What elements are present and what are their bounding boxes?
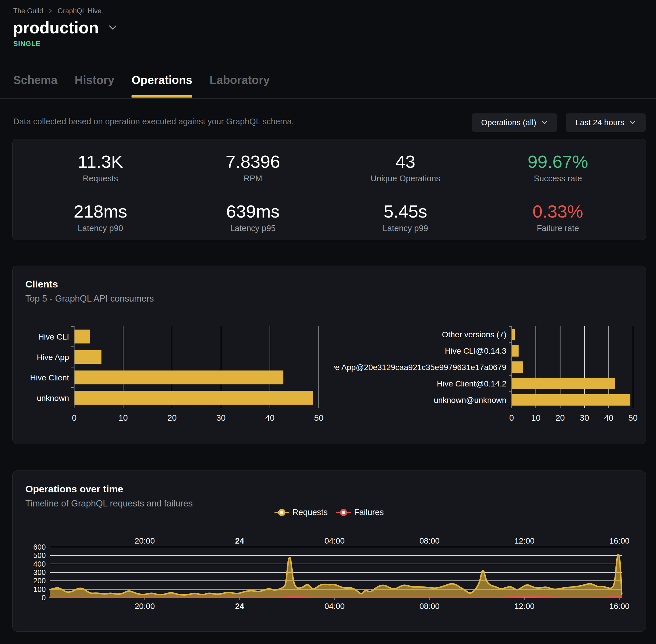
- svg-text:200: 200: [33, 576, 46, 585]
- svg-text:08:00: 08:00: [420, 536, 440, 545]
- breadcrumb-project-link[interactable]: GraphQL Hive: [57, 7, 101, 15]
- stat-latency-p90: 218ms Latency p90: [24, 202, 177, 240]
- period-filter-button[interactable]: Last 24 hours: [566, 113, 646, 132]
- svg-text:400: 400: [33, 560, 46, 568]
- stat-unique-operations: 43 Unique Operations: [329, 152, 482, 190]
- svg-text:20:00: 20:00: [135, 602, 155, 611]
- bar-Hive App: [74, 350, 101, 364]
- svg-text:50: 50: [314, 413, 323, 422]
- bar-Hive CLI@0.14.3: [512, 345, 519, 356]
- svg-text:Hive CLI: Hive CLI: [38, 332, 69, 341]
- svg-text:50: 50: [628, 413, 638, 422]
- operations-filter-button[interactable]: Operations (all): [472, 113, 557, 132]
- stat-latency-p95: 639ms Latency p95: [177, 202, 329, 240]
- bar-Hive Client@0.14.2: [512, 378, 615, 389]
- svg-text:40: 40: [265, 413, 275, 422]
- svg-text:24: 24: [235, 602, 244, 611]
- svg-text:30: 30: [580, 413, 589, 422]
- stat-requests: 11.3K Requests: [24, 152, 177, 190]
- svg-text:20: 20: [556, 413, 565, 422]
- operations-over-time-svg: 010020030040050060020:0020:00242404:0004…: [14, 527, 635, 622]
- svg-text:0: 0: [72, 413, 76, 422]
- ops-card-title: Operations over time: [25, 483, 123, 495]
- stat-latency-p99: 5.45s Latency p99: [329, 202, 482, 240]
- stat-success-rate: 99.67% Success rate: [482, 152, 634, 190]
- legend-item-failures[interactable]: Failures: [336, 508, 384, 517]
- bar-Hive CLI: [74, 330, 90, 344]
- target-type-badge: SINGLE: [13, 40, 41, 48]
- svg-text:100: 100: [33, 585, 46, 594]
- svg-text:04:00: 04:00: [325, 536, 345, 545]
- svg-text:600: 600: [33, 543, 46, 551]
- page-title: production: [13, 18, 99, 37]
- svg-text:16:00: 16:00: [609, 536, 630, 545]
- svg-text:Hive Client: Hive Client: [30, 373, 69, 382]
- chevron-right-icon: [48, 7, 53, 15]
- clients-card-title: Clients: [25, 279, 58, 290]
- clients-by-version-svg: 01020304050Other versions (7)Hive CLI@0.…: [334, 320, 646, 435]
- bar-unknown@unknown: [512, 394, 630, 406]
- svg-text:24: 24: [235, 536, 244, 545]
- legend-item-requests[interactable]: Requests: [275, 508, 328, 517]
- operations-timeline-chart: 010020030040050060020:0020:00242404:0004…: [14, 527, 635, 622]
- svg-text:12:00: 12:00: [514, 536, 535, 545]
- failures-legend-marker-icon: [336, 509, 351, 516]
- svg-text:Hive App@20e3129caa921c35e9979: Hive App@20e3129caa921c35e9979631e17a067…: [334, 363, 507, 372]
- clients-by-name-svg: 01020304050Hive CLIHive AppHive Clientun…: [14, 320, 333, 435]
- svg-text:Hive CLI@0.14.3: Hive CLI@0.14.3: [445, 346, 507, 355]
- ops-card-subtitle: Timeline of GraphQL requests and failure…: [25, 499, 193, 509]
- svg-text:unknown@unknown: unknown@unknown: [434, 396, 507, 405]
- svg-text:unknown: unknown: [37, 394, 69, 402]
- tab-bar: Schema History Operations Laboratory: [13, 74, 270, 97]
- bar-Other versions (7): [512, 329, 515, 340]
- page-description: Data collected based on operation execut…: [13, 116, 294, 127]
- chart-legend: Requests Failures: [13, 508, 646, 517]
- tab-history[interactable]: History: [74, 74, 114, 97]
- svg-text:Hive App: Hive App: [37, 353, 69, 362]
- tab-operations[interactable]: Operations: [132, 74, 192, 97]
- svg-text:500: 500: [33, 551, 46, 560]
- operations-filter-label: Operations (all): [481, 118, 536, 127]
- svg-text:20: 20: [167, 413, 177, 422]
- clients-card: Clients Top 5 - GraphQL API consumers 01…: [13, 266, 646, 444]
- chevron-down-icon: [541, 120, 548, 125]
- breadcrumb: The Guild GraphQL Hive: [13, 7, 101, 15]
- tab-bar-divider: [0, 98, 656, 99]
- bar-Hive Client: [74, 371, 283, 385]
- operations-over-time-card: Operations over time Timeline of GraphQL…: [13, 470, 646, 631]
- target-title-row: production: [13, 18, 117, 37]
- svg-text:04:00: 04:00: [325, 602, 345, 611]
- stats-panel: 11.3K Requests 7.8396 RPM 43 Unique Oper…: [13, 139, 646, 240]
- stat-rpm: 7.8396 RPM: [177, 152, 329, 190]
- tab-schema[interactable]: Schema: [13, 74, 57, 97]
- requests-area: [50, 554, 622, 598]
- svg-text:30: 30: [216, 413, 226, 422]
- tab-laboratory[interactable]: Laboratory: [209, 74, 270, 97]
- svg-text:16:00: 16:00: [609, 602, 630, 611]
- svg-text:10: 10: [531, 413, 540, 422]
- graphql-hive-operations-page: The Guild GraphQL Hive production SINGLE…: [0, 0, 656, 644]
- svg-text:Other versions (7): Other versions (7): [442, 330, 507, 339]
- svg-text:40: 40: [604, 413, 613, 422]
- svg-text:0: 0: [42, 593, 46, 602]
- clients-by-name-chart: 01020304050Hive CLIHive AppHive Clientun…: [14, 320, 333, 435]
- svg-text:10: 10: [119, 413, 128, 422]
- svg-text:12:00: 12:00: [514, 602, 535, 611]
- bar-Hive App@20e3129caa921c35e9979631e17a0679: [512, 362, 523, 373]
- svg-text:08:00: 08:00: [420, 602, 440, 611]
- stat-failure-rate: 0.33% Failure rate: [482, 202, 634, 240]
- clients-by-version-chart: 01020304050Other versions (7)Hive CLI@0.…: [334, 320, 646, 435]
- requests-legend-marker-icon: [275, 509, 289, 516]
- svg-text:20:00: 20:00: [135, 536, 155, 545]
- chevron-down-icon: [630, 120, 636, 125]
- bar-unknown: [74, 391, 313, 405]
- svg-text:300: 300: [33, 568, 46, 577]
- breadcrumb-org-link[interactable]: The Guild: [13, 7, 43, 15]
- svg-text:0: 0: [509, 413, 514, 422]
- target-selector-chevron-down-icon[interactable]: [109, 24, 117, 31]
- period-filter-label: Last 24 hours: [576, 118, 624, 127]
- svg-text:Hive Client@0.14.2: Hive Client@0.14.2: [437, 379, 507, 388]
- clients-card-subtitle: Top 5 - GraphQL API consumers: [25, 294, 154, 304]
